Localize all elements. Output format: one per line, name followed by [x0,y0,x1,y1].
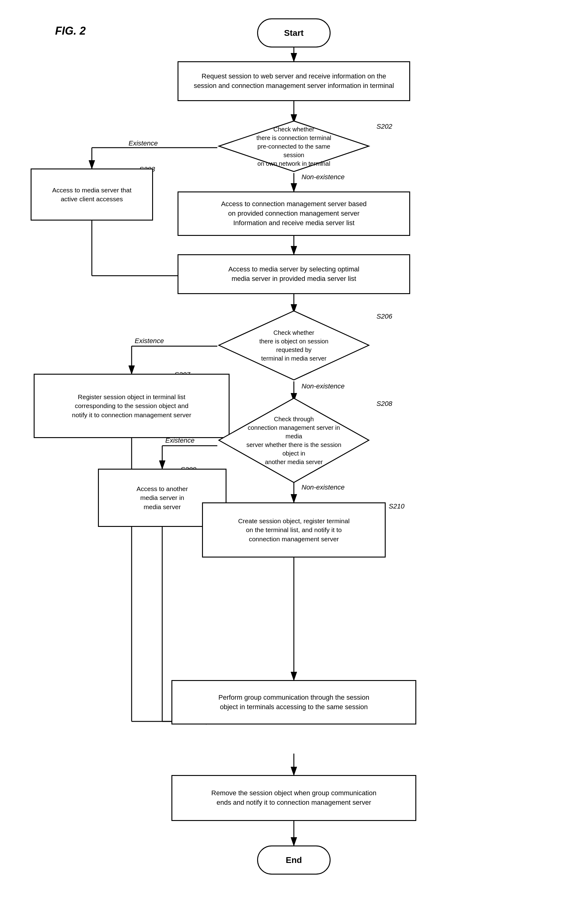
s210-label: S210 [389,502,404,511]
s205-box: Access to media server by selecting opti… [178,254,410,294]
s211-box: Perform group communication through the … [171,680,416,725]
existence-label-3: Existence [165,436,194,444]
s201-box: Request session to web server and receiv… [178,61,410,101]
existence-label-1: Existence [129,139,158,147]
s206-label: S206 [376,313,392,321]
s212-box: Remove the session object when group com… [171,775,416,821]
non-existence-label-1: Non-existence [302,173,345,181]
s208-label: S208 [376,400,392,408]
s210-box: Create session object, register terminal… [202,502,386,558]
existence-label-2: Existence [135,337,164,345]
fig-label: FIG. 2 [55,24,86,37]
start-node: Start [257,18,331,47]
non-existence-label-3: Non-existence [302,483,345,491]
s202-label: S202 [376,123,392,131]
s208-diamond: Check through connection management serv… [217,397,370,484]
s204-box: Access to connection management server b… [178,191,410,236]
s203-box: Access to media server that active clien… [31,169,153,220]
non-existence-label-2: Non-existence [302,382,345,390]
end-node: End [257,846,331,875]
s207-box: Register session object in terminal list… [34,374,229,438]
s206-diamond: Check whether there is object on session… [217,310,370,381]
s202-diamond: Check whether there is connection termin… [217,120,370,173]
page: FIG. 2 [0,0,588,919]
